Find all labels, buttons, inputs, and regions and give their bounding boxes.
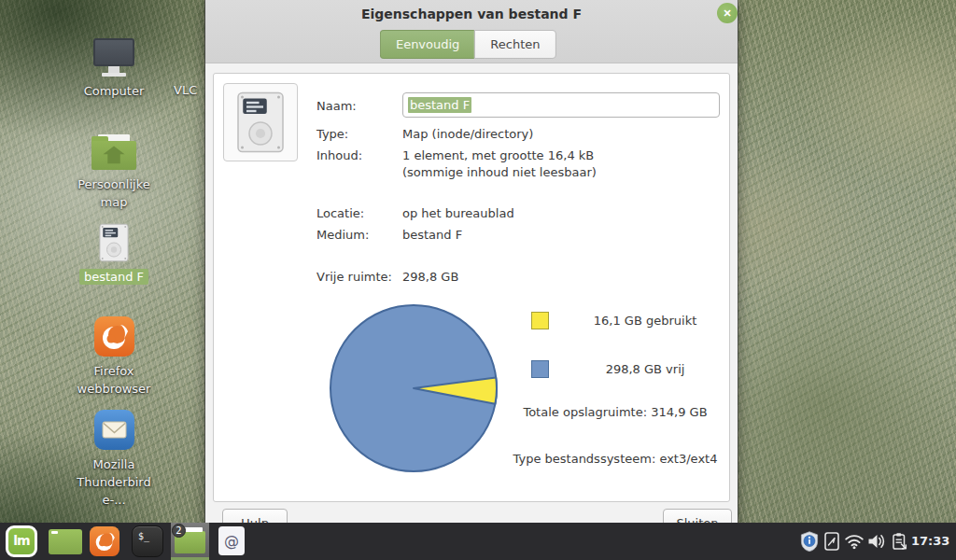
email-window-button[interactable]: @ <box>218 526 245 555</box>
harddrive-icon <box>236 91 285 153</box>
clock[interactable]: 17:33 <box>911 534 949 548</box>
desktop-icon-label-vlc[interactable]: VLC <box>174 83 197 97</box>
mint-logo-icon: lm <box>8 528 35 553</box>
desktop-icon-bestand-f[interactable]: bestand F <box>69 219 159 286</box>
terminal-launcher[interactable]: $_ <box>132 525 163 557</box>
desktop-icon-label: Computer <box>69 82 159 100</box>
active-window-button[interactable]: 2 <box>171 523 209 560</box>
at-icon: @ <box>224 532 239 550</box>
home-folder-icon <box>69 127 159 170</box>
dialog-content-panel: Naam: bestand F Type: Map (inode/directo… <box>213 73 730 502</box>
terminal-icon: $_ <box>133 526 162 541</box>
location-value: op het bureaublad <box>402 206 514 220</box>
firefox-icon <box>69 314 159 357</box>
input-device-icon[interactable] <box>824 532 839 551</box>
window-count-badge: 2 <box>172 524 186 538</box>
volume-icon[interactable] <box>867 533 886 550</box>
tab-rechten[interactable]: Rechten <box>474 30 555 59</box>
legend-swatch-used <box>531 312 549 329</box>
name-label: Naam: <box>316 99 357 113</box>
tab-eenvoudig[interactable]: Eenvoudig <box>380 30 474 59</box>
location-label: Locatie: <box>316 206 364 220</box>
harddrive-icon <box>69 219 159 262</box>
medium-label: Medium: <box>316 228 369 242</box>
filesystem-type-text: Type bestandssysteem: ext3/ext4 <box>501 452 729 466</box>
desktop-icon-firefox[interactable]: Firefox webbrowser <box>69 314 159 398</box>
content-value-line2: (sommige inhoud niet leesbaar) <box>402 165 597 179</box>
desktop-icon-home-folder[interactable]: Persoonlijke map <box>69 127 159 211</box>
properties-dialog: Eigenschappen van bestand F Eenvoudig Re… <box>205 0 738 541</box>
dialog-header[interactable]: Eigenschappen van bestand F Eenvoudig Re… <box>205 0 738 63</box>
content-value-line1: 1 element, met grootte 16,4 kB <box>402 148 594 162</box>
dialog-title: Eigenschappen van bestand F <box>205 0 738 21</box>
desktop-icon-label: Mozilla Thunderbird e-... <box>69 455 159 509</box>
computer-icon <box>69 34 159 77</box>
firefox-launcher[interactable] <box>90 526 120 560</box>
name-input[interactable]: bestand F <box>402 92 720 118</box>
firefox-icon <box>90 526 120 556</box>
desktop-icon-thunderbird[interactable]: Mozilla Thunderbird e-... <box>69 407 159 509</box>
desktop-icon-computer[interactable]: Computer <box>69 34 159 100</box>
free-space-label: Vrije ruimte: <box>316 270 392 284</box>
mint-menu-button[interactable]: lm <box>6 525 37 557</box>
close-icon[interactable]: ✕ <box>717 3 738 23</box>
type-value: Map (inode/directory) <box>402 127 533 141</box>
desktop-icon-label: Firefox webbrowser <box>69 362 159 398</box>
medium-value: bestand F <box>402 228 462 242</box>
taskbar: lm $_ 2 @ <box>0 523 956 560</box>
legend-swatch-free <box>531 360 549 378</box>
update-manager-shield-icon[interactable] <box>800 531 819 552</box>
thunderbird-icon <box>69 407 159 450</box>
desktop-icon-label: Persoonlijke map <box>69 175 159 211</box>
disk-usage-pie-chart <box>327 301 500 475</box>
name-input-selected-text: bestand F <box>408 97 471 113</box>
clipboard-sync-icon[interactable] <box>892 532 907 551</box>
type-label: Type: <box>316 127 348 141</box>
dialog-tabs: Eenvoudig Rechten <box>380 30 556 59</box>
file-manager-launcher[interactable] <box>49 529 82 554</box>
content-label: Inhoud: <box>316 148 362 162</box>
legend-free-text: 298,8 GB vrij <box>552 362 738 376</box>
legend-used-text: 16,1 GB gebruikt <box>552 314 738 328</box>
file-icon-button[interactable] <box>223 83 298 161</box>
desktop-icon-label-selected: bestand F <box>69 268 159 286</box>
free-space-value: 298,8 GB <box>402 270 458 284</box>
total-capacity-text: Totale opslagruimte: 314,9 GB <box>508 405 723 419</box>
wifi-icon[interactable] <box>844 534 865 550</box>
